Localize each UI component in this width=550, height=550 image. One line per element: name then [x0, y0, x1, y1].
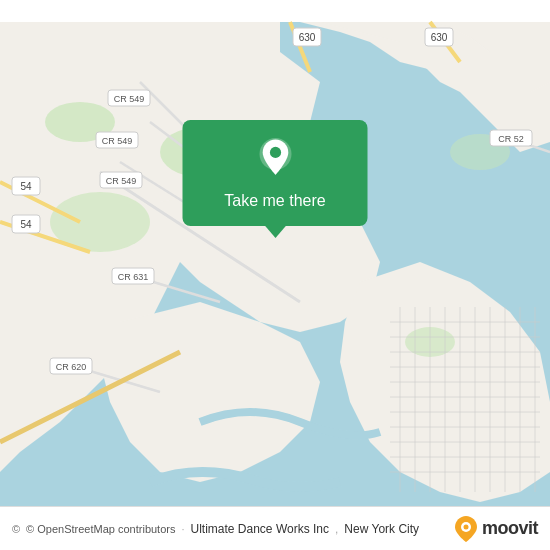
city-separator: , — [335, 522, 338, 536]
svg-point-69 — [463, 524, 468, 529]
svg-text:CR 52: CR 52 — [498, 134, 524, 144]
openstreetmap-credit: © OpenStreetMap contributors — [26, 523, 175, 535]
map-background: 630 630 CR 549 CR 549 CR 549 54 54 CR 63… — [0, 0, 550, 550]
svg-text:630: 630 — [299, 32, 316, 43]
city-name: New York City — [344, 522, 419, 536]
bottom-bar: © © OpenStreetMap contributors · Ultimat… — [0, 506, 550, 550]
svg-text:54: 54 — [20, 219, 32, 230]
svg-text:54: 54 — [20, 181, 32, 192]
separator: · — [181, 523, 184, 535]
svg-text:630: 630 — [431, 32, 448, 43]
location-name: Ultimate Dance Works Inc — [191, 522, 330, 536]
svg-text:CR 620: CR 620 — [56, 362, 87, 372]
svg-text:CR 549: CR 549 — [106, 176, 137, 186]
moovit-logo-container: moovit — [455, 516, 538, 542]
svg-text:CR 549: CR 549 — [102, 136, 133, 146]
popup-card[interactable]: Take me there — [183, 120, 368, 226]
svg-point-67 — [269, 147, 280, 158]
svg-text:CR 549: CR 549 — [114, 94, 145, 104]
map-container: 630 630 CR 549 CR 549 CR 549 54 54 CR 63… — [0, 0, 550, 550]
moovit-text: moovit — [482, 518, 538, 539]
copyright-icon: © — [12, 523, 20, 535]
bottom-bar-left: © © OpenStreetMap contributors · Ultimat… — [12, 522, 419, 536]
svg-text:CR 631: CR 631 — [118, 272, 149, 282]
location-pin-icon — [253, 138, 297, 182]
moovit-pin-icon — [455, 516, 477, 542]
take-me-there-button[interactable]: Take me there — [224, 192, 325, 210]
